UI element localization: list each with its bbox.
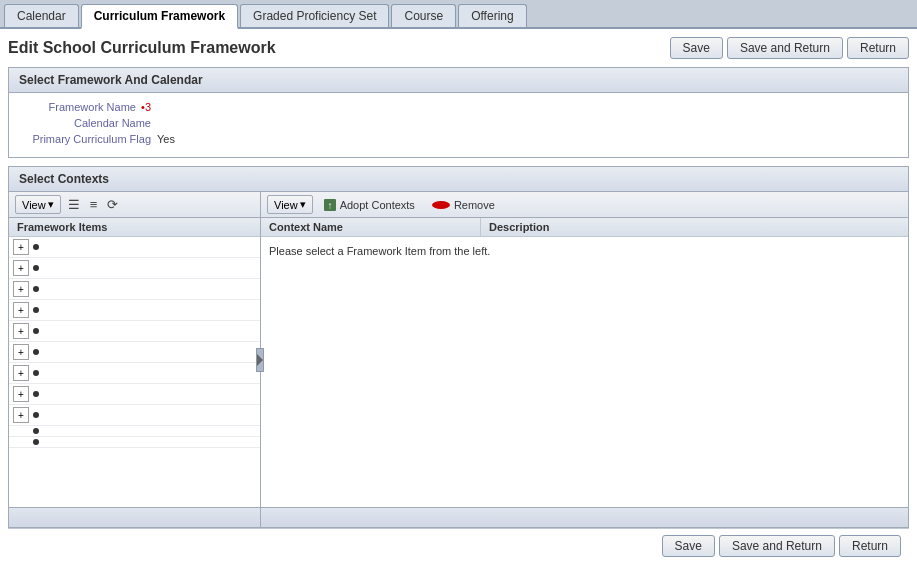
primary-flag-value: Yes	[157, 133, 175, 145]
expand-icon[interactable]: +	[13, 302, 29, 318]
save-and-return-button[interactable]: Save and Return	[727, 37, 843, 59]
framework-calendar-header: Select Framework And Calendar	[9, 68, 908, 93]
right-panel: View ▾ ↑ Adopt Contexts Remove Con	[261, 192, 908, 527]
refresh-icon[interactable]: ⟳	[104, 196, 121, 213]
left-panel: View ▾ ☰ ≡ ⟳ Framework Items + +	[9, 192, 261, 527]
left-panel-status-bar	[9, 507, 260, 527]
expand-icon[interactable]: +	[13, 260, 29, 276]
expand-icon[interactable]: +	[13, 323, 29, 339]
right-panel-status-bar	[261, 507, 908, 527]
expand-icon[interactable]: +	[13, 239, 29, 255]
bullet-icon	[33, 391, 39, 397]
tab-graded-proficiency-set[interactable]: Graded Proficiency Set	[240, 4, 389, 27]
adopt-contexts-button[interactable]: ↑ Adopt Contexts	[317, 197, 421, 213]
footer-bar: Save Save and Return Return	[8, 528, 909, 563]
contexts-body: View ▾ ☰ ≡ ⟳ Framework Items + +	[9, 192, 908, 527]
list-item[interactable]: +	[9, 321, 260, 342]
bullet-icon	[33, 349, 39, 355]
framework-calendar-body: Framework Name •3 Calendar Name Primary …	[9, 93, 908, 157]
list-item[interactable]: +	[9, 342, 260, 363]
expand-icon[interactable]: +	[13, 407, 29, 423]
footer-save-button[interactable]: Save	[662, 535, 715, 557]
primary-flag-row: Primary Curriculum Flag Yes	[21, 133, 896, 145]
framework-items-list: + + + + +	[9, 237, 260, 507]
tab-offering[interactable]: Offering	[458, 4, 526, 27]
list-item[interactable]	[9, 437, 260, 448]
list-item[interactable]: +	[9, 300, 260, 321]
main-content: Edit School Curriculum Framework Save Sa…	[0, 29, 917, 568]
list-item[interactable]: +	[9, 237, 260, 258]
framework-name-row: Framework Name •3	[21, 101, 896, 113]
tab-curriculum-framework[interactable]: Curriculum Framework	[81, 4, 238, 29]
save-button[interactable]: Save	[670, 37, 723, 59]
bullet-icon	[33, 328, 39, 334]
contexts-section: Select Contexts View ▾ ☰ ≡ ⟳ Framework I…	[8, 166, 909, 528]
bullet-icon	[33, 307, 39, 313]
bullet-icon	[33, 244, 39, 250]
list-item[interactable]: +	[9, 258, 260, 279]
expand-all-icon[interactable]: ☰	[65, 196, 83, 213]
expand-icon[interactable]: +	[13, 344, 29, 360]
header-buttons: Save Save and Return Return	[670, 37, 909, 59]
svg-text:↑: ↑	[327, 200, 332, 211]
primary-flag-label: Primary Curriculum Flag	[21, 133, 151, 145]
bullet-icon	[33, 265, 39, 271]
expand-icon[interactable]: +	[13, 365, 29, 381]
list-item[interactable]: +	[9, 363, 260, 384]
collapse-all-icon[interactable]: ≡	[87, 196, 101, 213]
bullet-icon	[33, 428, 39, 434]
expand-icon[interactable]: +	[13, 386, 29, 402]
framework-items-header: Framework Items	[9, 218, 260, 237]
tab-course[interactable]: Course	[391, 4, 456, 27]
left-toolbar: View ▾ ☰ ≡ ⟳	[9, 192, 260, 218]
list-item[interactable]: +	[9, 384, 260, 405]
bullet-icon	[33, 439, 39, 445]
svg-point-2	[432, 201, 450, 209]
context-name-header: Context Name	[261, 218, 481, 236]
tab-bar: Calendar Curriculum Framework Graded Pro…	[0, 0, 917, 29]
resize-arrow-icon	[257, 354, 263, 366]
right-table-header: Context Name Description	[261, 218, 908, 237]
return-button[interactable]: Return	[847, 37, 909, 59]
dropdown-arrow-icon: ▾	[300, 198, 306, 211]
right-panel-content: Please select a Framework Item from the …	[261, 237, 908, 507]
page-title: Edit School Curriculum Framework	[8, 39, 276, 57]
left-view-dropdown[interactable]: View ▾	[15, 195, 61, 214]
bullet-icon	[33, 370, 39, 376]
resize-handle[interactable]	[256, 348, 264, 372]
right-view-dropdown[interactable]: View ▾	[267, 195, 313, 214]
adopt-icon: ↑	[323, 198, 337, 212]
list-item[interactable]: +	[9, 405, 260, 426]
footer-return-button[interactable]: Return	[839, 535, 901, 557]
placeholder-message: Please select a Framework Item from the …	[261, 237, 908, 265]
page-header: Edit School Curriculum Framework Save Sa…	[8, 37, 909, 59]
required-indicator: •3	[141, 101, 151, 113]
right-toolbar: View ▾ ↑ Adopt Contexts Remove	[261, 192, 908, 218]
contexts-header: Select Contexts	[9, 167, 908, 192]
footer-save-and-return-button[interactable]: Save and Return	[719, 535, 835, 557]
calendar-name-row: Calendar Name	[21, 117, 896, 129]
list-item[interactable]	[9, 426, 260, 437]
description-header: Description	[481, 218, 558, 236]
remove-icon	[431, 200, 451, 210]
remove-button[interactable]: Remove	[425, 198, 501, 212]
dropdown-arrow-icon: ▾	[48, 198, 54, 211]
tab-calendar[interactable]: Calendar	[4, 4, 79, 27]
bullet-icon	[33, 412, 39, 418]
bullet-icon	[33, 286, 39, 292]
framework-calendar-panel: Select Framework And Calendar Framework …	[8, 67, 909, 158]
framework-name-label: Framework Name •3	[21, 101, 151, 113]
expand-icon[interactable]: +	[13, 281, 29, 297]
list-item[interactable]: +	[9, 279, 260, 300]
calendar-name-label: Calendar Name	[21, 117, 151, 129]
